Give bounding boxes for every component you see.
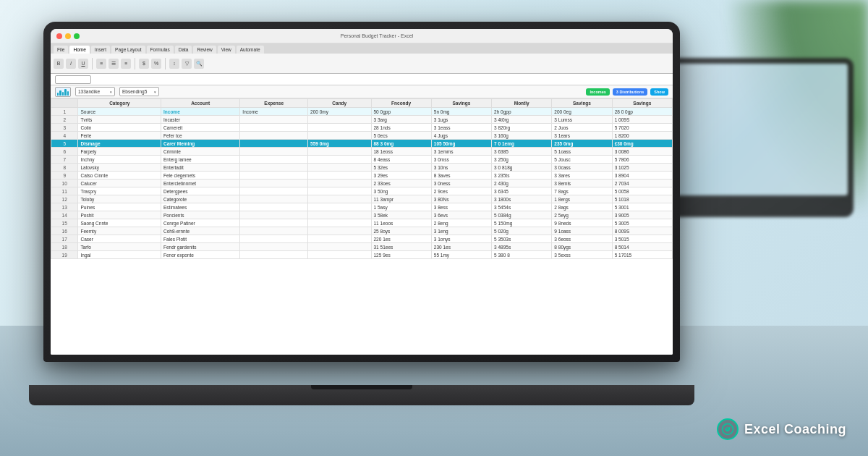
cell[interactable]: 8 80ygs	[552, 243, 612, 251]
tab-view[interactable]: View	[218, 46, 235, 54]
ribbon-btn-filter[interactable]: ▽	[182, 59, 192, 69]
cell[interactable]: 5 380 8	[492, 251, 552, 259]
tab-automate[interactable]: Automate	[237, 46, 264, 54]
cell[interactable]: Calucer	[78, 180, 161, 187]
cell[interactable]: 3 1emms	[431, 148, 491, 156]
cell[interactable]	[308, 132, 371, 140]
cell[interactable]: 1 8ergs	[552, 195, 612, 203]
cell[interactable]: Toloby	[78, 195, 161, 203]
cell[interactable]: 7 0 1emg	[492, 140, 552, 148]
cell[interactable]: Poncients	[161, 211, 239, 219]
ribbon-btn-align-right[interactable]: ≡	[121, 59, 131, 69]
cell[interactable]: Criminle	[161, 148, 239, 156]
cell[interactable]	[240, 124, 308, 132]
cell[interactable]: Feemty	[78, 227, 161, 235]
cell[interactable]: 3 3arg	[371, 116, 431, 124]
cell[interactable]	[308, 195, 371, 203]
cell[interactable]: 3 6eoss	[552, 235, 612, 243]
cell[interactable]: Categorote	[161, 195, 239, 203]
cell[interactable]	[308, 203, 371, 211]
cell[interactable]: 5 0384g	[492, 211, 552, 219]
cell[interactable]: 3 80Ns	[431, 195, 491, 203]
dropdown-category[interactable]: 133andike ▾	[75, 87, 115, 96]
cell[interactable]	[240, 243, 308, 251]
cell[interactable]: Fefer tce	[161, 132, 239, 140]
ribbon-btn-2[interactable]: I	[66, 59, 76, 69]
cell[interactable]: 235 0mg	[552, 140, 612, 148]
cell[interactable]: Carer Meming	[161, 140, 239, 148]
cell[interactable]	[240, 116, 308, 124]
cell[interactable]	[240, 148, 308, 156]
cell[interactable]: 9 1oass	[552, 227, 612, 235]
cell[interactable]: Poshit	[78, 211, 161, 219]
cell[interactable]	[240, 219, 308, 227]
cell[interactable]	[308, 219, 371, 227]
cell[interactable]: 4 Jugs	[431, 132, 491, 140]
cell[interactable]: £30 0mg	[612, 140, 672, 148]
cell[interactable]: 50 0gpp	[371, 108, 431, 116]
cell[interactable]: Tarfo	[78, 243, 161, 251]
cell[interactable]: 3 0086	[612, 148, 672, 156]
cell[interactable]	[308, 211, 371, 219]
cell[interactable]: 3 160g	[492, 132, 552, 140]
cell[interactable]: Enterg lamee	[161, 156, 239, 164]
cell[interactable]	[240, 132, 308, 140]
cell[interactable]: 5 1oass	[552, 148, 612, 156]
cell[interactable]: 3 4895s	[492, 243, 552, 251]
cell[interactable]: Source	[78, 108, 161, 116]
cell[interactable]: 2 8eng	[431, 219, 491, 227]
cell[interactable]: Dlsmage	[78, 140, 161, 148]
cell[interactable]: 2 7034	[612, 180, 672, 187]
cell[interactable]: Detergpees	[161, 187, 239, 195]
cell[interactable]: 3 1eass	[431, 124, 491, 132]
cell[interactable]: 3 5454s	[492, 203, 552, 211]
cell[interactable]: 3 50ng	[371, 187, 431, 195]
cell[interactable]: 3 6345	[492, 187, 552, 195]
cell[interactable]: 28 0 0gp	[612, 108, 672, 116]
cell[interactable]: Fenor exponte	[161, 251, 239, 259]
cell[interactable]	[240, 164, 308, 172]
cell[interactable]: Estimatees	[161, 203, 239, 211]
cell[interactable]: 5 020g	[492, 227, 552, 235]
cell[interactable]: 1 8200	[612, 132, 672, 140]
cell[interactable]	[308, 187, 371, 195]
cell[interactable]: 3 4t0rg	[492, 116, 552, 124]
cell[interactable]: 5 17015	[612, 251, 672, 259]
cell[interactable]: 8 009S	[612, 227, 672, 235]
cell[interactable]: 5 0058	[612, 187, 672, 195]
tab-formulas[interactable]: Formulas	[147, 46, 174, 54]
cell[interactable]: 220 1es	[371, 235, 431, 243]
cell[interactable]: Inchny	[78, 156, 161, 164]
cell[interactable]: Farpely	[78, 148, 161, 156]
cell[interactable]: 3 0ness	[431, 180, 491, 187]
cell[interactable]	[240, 140, 308, 148]
cell[interactable]: 1 009S	[612, 116, 672, 124]
tab-insert[interactable]: Insert	[91, 46, 110, 54]
cell[interactable]: 3 1800s	[492, 195, 552, 203]
cell[interactable]: Traspry	[78, 187, 161, 195]
cell[interactable]: Entertadit	[161, 164, 239, 172]
tab-page-layout[interactable]: Page Layout	[111, 46, 145, 54]
cell[interactable]: 28 1nds	[371, 124, 431, 132]
ribbon-btn-percent[interactable]: %	[151, 59, 161, 69]
cell[interactable]	[308, 227, 371, 235]
cell[interactable]: 18 1eoss	[371, 148, 431, 156]
cell[interactable]: Puines	[78, 203, 161, 211]
cell[interactable]: Incaster	[161, 116, 239, 124]
cell[interactable]	[240, 203, 308, 211]
cell[interactable]: 3 29es	[371, 172, 431, 180]
cell[interactable]	[308, 172, 371, 180]
cell[interactable]: Income	[240, 108, 308, 116]
cell[interactable]: Ferle	[78, 132, 161, 140]
cell[interactable]: 5 7020	[612, 124, 672, 132]
cell[interactable]: 3 0cass	[552, 164, 612, 172]
cell[interactable]: 3 8904	[612, 172, 672, 180]
cell[interactable]: 7 8ags	[552, 187, 612, 195]
cell[interactable]: 11 1eoos	[371, 219, 431, 227]
cell[interactable]	[308, 235, 371, 243]
close-button[interactable]	[56, 33, 62, 39]
cell[interactable]: 55 1my	[431, 251, 491, 259]
cell[interactable]: 5 0ecs	[371, 132, 431, 140]
cell[interactable]: 5 3005	[612, 219, 672, 227]
formula-input[interactable]	[95, 75, 668, 84]
